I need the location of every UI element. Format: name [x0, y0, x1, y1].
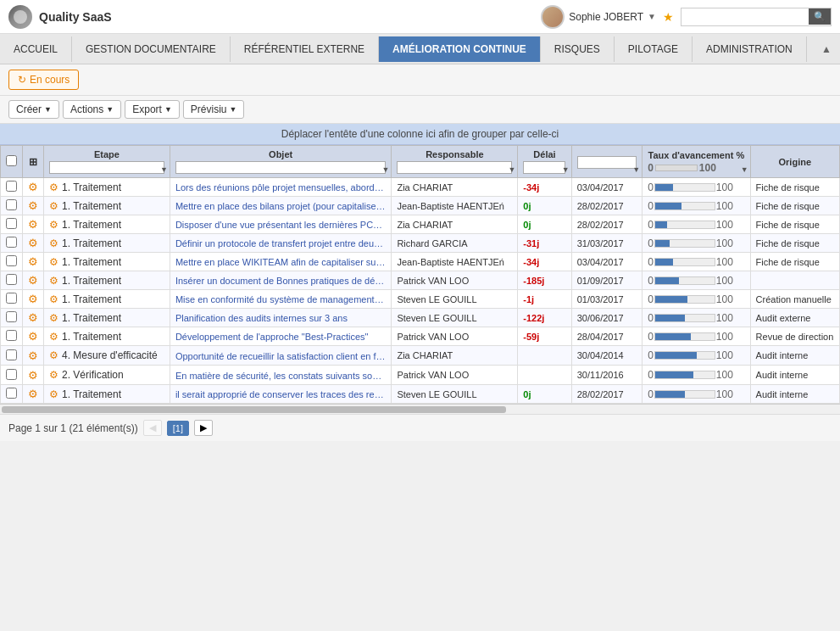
main-nav: ACCUEIL GESTION DOCUMENTAIRE RÉFÉRENTIEL…: [0, 34, 840, 64]
filter-objet[interactable]: [175, 161, 387, 174]
row-gear-icon[interactable]: ⚙: [28, 255, 38, 268]
row-checkbox[interactable]: [6, 330, 17, 341]
row-gear-icon[interactable]: ⚙: [28, 199, 38, 212]
search-button[interactable]: 🔍: [809, 8, 831, 25]
row-date: 28/02/2017: [571, 385, 642, 404]
row-checkbox[interactable]: [6, 218, 17, 229]
select-all-checkbox[interactable]: [6, 155, 17, 166]
row-delai: 0j: [518, 385, 571, 404]
filter-etape-arrow[interactable]: ▼: [160, 165, 168, 174]
row-date: 28/02/2017: [571, 197, 642, 215]
row-objet[interactable]: En matière de sécurité, les constats sui…: [170, 366, 392, 385]
row-objet[interactable]: Planification des audits internes sur 3 …: [170, 309, 392, 327]
row-expand-cell: ⚙: [23, 178, 44, 197]
filter-date-arrow[interactable]: ▼: [632, 165, 640, 174]
row-gear-icon[interactable]: ⚙: [28, 237, 38, 249]
previsu-label: Prévisiu: [191, 103, 227, 115]
row-progress: 0 100: [643, 385, 750, 404]
row-responsable: Patrick VAN LOO: [392, 366, 518, 385]
row-delai: -1j: [518, 290, 571, 309]
row-checkbox[interactable]: [6, 369, 17, 380]
etape-gear-icon: ⚙: [49, 256, 58, 268]
prev-page-button[interactable]: ◀: [143, 420, 162, 436]
user-area[interactable]: Sophie JOBERT ▼: [541, 5, 656, 29]
row-origine: Audit interne: [750, 346, 839, 366]
row-gear-icon[interactable]: ⚙: [28, 218, 38, 231]
next-page-button[interactable]: ▶: [194, 420, 213, 436]
row-objet[interactable]: Développement de l'approche "Best-Practi…: [170, 327, 392, 346]
etape-text: 1. Traitement: [62, 331, 121, 343]
row-checkbox[interactable]: [6, 181, 17, 192]
row-checkbox[interactable]: [6, 237, 17, 248]
search-input[interactable]: [681, 8, 809, 25]
filter-taux-arrow[interactable]: ▼: [741, 165, 748, 174]
row-checkbox[interactable]: [6, 255, 17, 266]
nav-item-gestion[interactable]: GESTION DOCUMENTAIRE: [72, 36, 231, 62]
row-objet[interactable]: Mise en conformité du système de managem…: [170, 290, 392, 309]
actions-button[interactable]: Actions ▼: [63, 100, 121, 119]
table-row: ⚙ ⚙ 1. Traitement Insérer un document de…: [1, 271, 840, 290]
row-date: 01/09/2017: [571, 271, 642, 290]
filter-responsable-arrow[interactable]: ▼: [508, 165, 515, 174]
row-gear-icon[interactable]: ⚙: [28, 388, 38, 400]
row-origine: Revue de direction: [750, 327, 839, 346]
nav-item-amelioration[interactable]: AMÉLIORATION CONTINUE: [379, 36, 541, 62]
filter-responsable[interactable]: [397, 161, 512, 174]
previsu-button[interactable]: Prévisiu ▼: [183, 100, 245, 119]
row-checkbox-cell: [1, 346, 23, 366]
filter-delai-arrow[interactable]: ▼: [562, 165, 570, 174]
nav-item-accueil[interactable]: ACCUEIL: [0, 36, 72, 62]
expand-all-icon[interactable]: ⊞: [29, 156, 37, 168]
tab-en-cours[interactable]: ↻ En cours: [8, 70, 79, 90]
page-1-button[interactable]: [1]: [167, 421, 189, 436]
row-checkbox[interactable]: [6, 199, 17, 210]
row-gear-icon[interactable]: ⚙: [28, 274, 38, 287]
nav-item-referentiel[interactable]: RÉFÉRENTIEL EXTERNE: [231, 36, 379, 62]
row-objet[interactable]: Disposer d'une vue présentant les derniè…: [170, 215, 392, 234]
nav-item-pilotage[interactable]: PILOTAGE: [615, 36, 693, 62]
row-checkbox[interactable]: [6, 388, 17, 399]
row-checkbox[interactable]: [6, 311, 17, 322]
filter-date[interactable]: [577, 156, 637, 169]
nav-collapse-icon[interactable]: ▲: [813, 36, 840, 62]
row-origine: Création manuelle: [750, 290, 839, 309]
row-gear-icon[interactable]: ⚙: [28, 311, 38, 324]
row-delai: -34j: [518, 178, 571, 197]
row-expand-cell: ⚙: [23, 271, 44, 290]
row-objet[interactable]: Insérer un document de Bonnes pratiques …: [170, 271, 392, 290]
row-checkbox[interactable]: [6, 293, 17, 304]
creer-button[interactable]: Créer ▼: [8, 100, 59, 119]
row-objet[interactable]: Définir un protocole de transfert projet…: [170, 234, 392, 253]
row-expand-cell: ⚙: [23, 215, 44, 234]
etape-text: 1. Traitement: [62, 256, 121, 268]
favorite-icon[interactable]: ★: [663, 10, 674, 24]
scroll-thumb[interactable]: [2, 406, 506, 413]
nav-item-risques[interactable]: RISQUES: [541, 36, 615, 62]
row-objet[interactable]: il serait approprié de conserver les tra…: [170, 385, 392, 404]
row-gear-icon[interactable]: ⚙: [28, 330, 38, 343]
row-checkbox-cell: [1, 327, 23, 346]
row-gear-icon[interactable]: ⚙: [28, 293, 38, 305]
row-gear-icon[interactable]: ⚙: [28, 369, 38, 382]
table-body: ⚙ ⚙ 1. Traitement Lors des réunions pôle…: [1, 178, 840, 404]
nav-item-administration[interactable]: ADMINISTRATION: [693, 36, 807, 62]
filter-delai[interactable]: [523, 161, 565, 174]
row-responsable: Steven LE GOUILL: [392, 290, 518, 309]
row-responsable: Steven LE GOUILL: [392, 309, 518, 327]
header-delai: Délai ▼: [518, 146, 571, 178]
export-button[interactable]: Export ▼: [125, 100, 180, 119]
horizontal-scrollbar[interactable]: [0, 404, 840, 414]
user-dropdown-arrow[interactable]: ▼: [648, 12, 656, 21]
row-checkbox-cell: [1, 366, 23, 385]
row-gear-icon[interactable]: ⚙: [28, 349, 38, 362]
filter-objet-arrow[interactable]: ▼: [382, 165, 390, 174]
row-objet[interactable]: Lors des réunions pôle projet mensuelles…: [170, 178, 392, 197]
filter-etape[interactable]: [49, 161, 164, 174]
row-checkbox[interactable]: [6, 274, 17, 285]
row-objet[interactable]: Mettre en place WIKITEAM afin de capital…: [170, 253, 392, 271]
row-checkbox[interactable]: [6, 349, 17, 360]
row-objet[interactable]: Opportunité de recueillir la satisfactio…: [170, 346, 392, 366]
row-gear-icon[interactable]: ⚙: [28, 181, 38, 193]
row-checkbox-cell: [1, 215, 23, 234]
row-objet[interactable]: Mettre en place des bilans projet (pour …: [170, 197, 392, 215]
